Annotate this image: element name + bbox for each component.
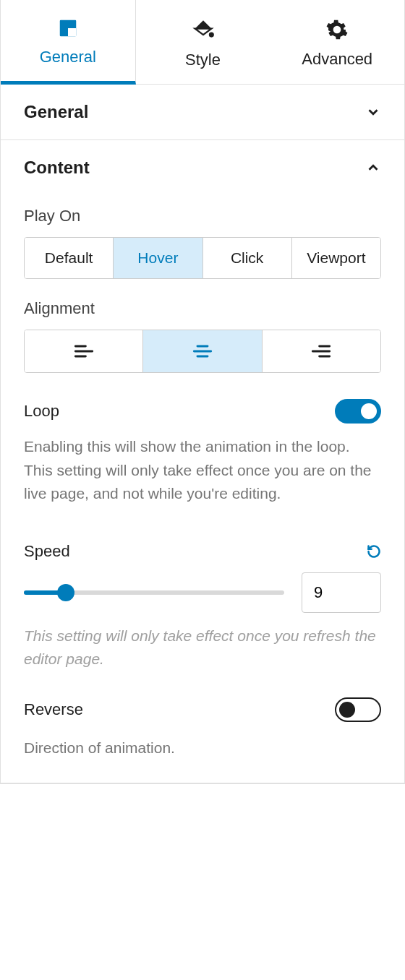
loop-label: Loop	[24, 402, 59, 421]
reset-icon[interactable]	[367, 544, 381, 559]
align-left-button[interactable]	[25, 330, 143, 372]
alignment-group	[24, 330, 381, 373]
svg-rect-1	[68, 28, 76, 36]
play-on-default[interactable]: Default	[25, 238, 114, 278]
tab-bar: General Style Advanced	[1, 0, 404, 85]
tab-style-label: Style	[185, 51, 221, 69]
reverse-label: Reverse	[24, 700, 83, 719]
align-center-icon	[192, 343, 213, 359]
align-center-button[interactable]	[143, 330, 262, 372]
alignment-label: Alignment	[24, 299, 381, 318]
loop-toggle[interactable]	[335, 399, 381, 424]
tab-general-label: General	[40, 48, 96, 66]
section-content-header[interactable]: Content	[1, 140, 404, 195]
play-on-label: Play On	[24, 207, 381, 225]
chevron-up-icon	[365, 160, 381, 176]
svg-point-2	[208, 33, 213, 38]
layout-icon	[57, 17, 79, 39]
paint-icon	[191, 17, 216, 42]
play-on-click[interactable]: Click	[203, 238, 292, 278]
speed-input[interactable]	[302, 572, 381, 613]
play-on-group: Default Hover Click Viewport	[24, 237, 381, 279]
align-right-button[interactable]	[263, 330, 380, 372]
reverse-help: Direction of animation.	[24, 736, 381, 760]
loop-help: Enabling this will show the animation in…	[24, 435, 381, 506]
section-content-title: Content	[24, 158, 90, 178]
play-on-viewport[interactable]: Viewport	[292, 238, 380, 278]
tab-style[interactable]: Style	[136, 0, 270, 84]
chevron-down-icon	[365, 104, 381, 120]
svg-point-3	[334, 27, 340, 33]
align-left-icon	[74, 343, 94, 359]
gear-icon	[325, 18, 349, 41]
speed-slider[interactable]	[24, 584, 284, 601]
speed-label: Speed	[24, 542, 70, 561]
speed-help: This setting will only take effect once …	[24, 624, 381, 671]
reverse-toggle[interactable]	[335, 697, 381, 722]
tab-advanced-label: Advanced	[302, 50, 372, 69]
tab-general[interactable]: General	[1, 0, 136, 85]
align-right-icon	[311, 343, 331, 359]
section-general-title: General	[24, 102, 88, 122]
section-general-header[interactable]: General	[1, 85, 404, 139]
tab-advanced[interactable]: Advanced	[270, 0, 404, 84]
play-on-hover[interactable]: Hover	[114, 238, 202, 278]
